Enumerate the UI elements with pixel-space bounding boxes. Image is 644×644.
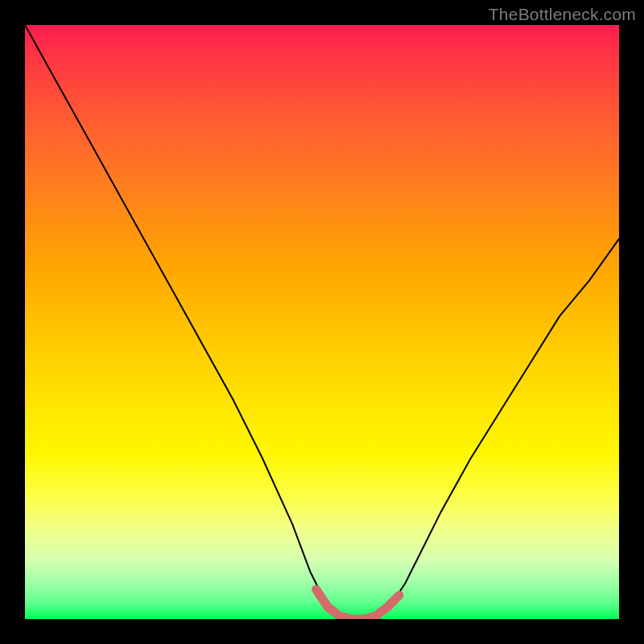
optimal-region-highlight: [316, 589, 399, 619]
bottleneck-curve: [25, 25, 619, 619]
curve-layer: [25, 25, 619, 619]
watermark-text: TheBottleneck.com: [489, 5, 636, 24]
plot-area: [25, 25, 619, 619]
chart-frame: TheBottleneck.com: [0, 0, 644, 644]
